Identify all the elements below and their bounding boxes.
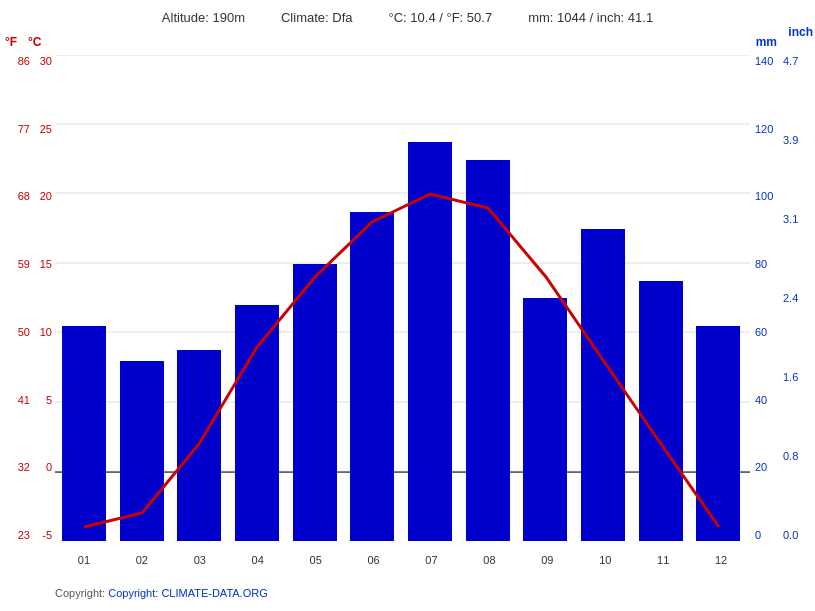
f-tick-59: 59 xyxy=(18,258,30,270)
mm-tick-40: 40 xyxy=(755,394,767,406)
climate-label: Climate: Dfa xyxy=(281,10,353,25)
bar-may xyxy=(293,264,337,541)
bar-aug xyxy=(466,160,510,541)
axis-left-fahrenheit: 86 77 68 59 50 41 32 23 xyxy=(5,55,30,541)
mm-tick-20: 20 xyxy=(755,461,767,473)
chart-container: Altitude: 190m Climate: Dfa °C: 10.4 / °… xyxy=(0,0,815,611)
month-11: 11 xyxy=(634,554,692,566)
inch-tick-08: 0.8 xyxy=(783,450,798,462)
axis-left-celsius: 30 25 20 15 10 5 0 -5 xyxy=(30,55,52,541)
month-05: 05 xyxy=(287,554,345,566)
bar-jun xyxy=(350,212,394,541)
copyright: Copyright: Copyright: CLIMATE-DATA.ORG xyxy=(55,587,268,599)
bar-nov xyxy=(639,281,683,541)
bar-apr xyxy=(235,305,279,541)
bar-dec xyxy=(696,326,740,541)
month-04: 04 xyxy=(229,554,287,566)
mm-tick-0: 0 xyxy=(755,529,761,541)
bar-oct xyxy=(581,229,625,541)
inch-tick-47: 4.7 xyxy=(783,55,798,67)
altitude-label: Altitude: 190m xyxy=(162,10,245,25)
inch-tick-31: 3.1 xyxy=(783,213,798,225)
inch-tick-00: 0.0 xyxy=(783,529,798,541)
c-tick-0: 0 xyxy=(46,461,52,473)
c-tick-15: 15 xyxy=(40,258,52,270)
c-tick-5: 5 xyxy=(46,394,52,406)
mm-tick-120: 120 xyxy=(755,123,773,135)
f-tick-50: 50 xyxy=(18,326,30,338)
c-tick-20: 20 xyxy=(40,190,52,202)
mm-tick-80: 80 xyxy=(755,258,767,270)
chart-header: Altitude: 190m Climate: Dfa °C: 10.4 / °… xyxy=(0,10,815,25)
f-tick-32: 32 xyxy=(18,461,30,473)
f-tick-41: 41 xyxy=(18,394,30,406)
c-tick-25: 25 xyxy=(40,123,52,135)
axis-title-celsius: °C xyxy=(28,35,41,49)
c-tick-10: 10 xyxy=(40,326,52,338)
mm-tick-100: 100 xyxy=(755,190,773,202)
month-07: 07 xyxy=(403,554,461,566)
f-tick-23: 23 xyxy=(18,529,30,541)
month-09: 09 xyxy=(518,554,576,566)
mm-tick-60: 60 xyxy=(755,326,767,338)
stats-label: °C: 10.4 / °F: 50.7 xyxy=(389,10,493,25)
axis-title-fahrenheit: °F xyxy=(5,35,17,49)
month-01: 01 xyxy=(55,554,113,566)
month-12: 12 xyxy=(692,554,750,566)
month-10: 10 xyxy=(576,554,634,566)
f-tick-68: 68 xyxy=(18,190,30,202)
chart-svg xyxy=(55,55,750,541)
bar-jan xyxy=(62,326,106,541)
axis-title-mm: mm xyxy=(756,35,777,49)
axis-title-inch: inch xyxy=(788,25,813,39)
f-tick-86: 86 xyxy=(18,55,30,67)
month-03: 03 xyxy=(171,554,229,566)
bar-sep xyxy=(523,298,567,541)
month-08: 08 xyxy=(460,554,518,566)
mm-tick-140: 140 xyxy=(755,55,773,67)
inch-tick-16: 1.6 xyxy=(783,371,798,383)
f-tick-77: 77 xyxy=(18,123,30,135)
axis-right-inch: 4.7 3.9 3.1 2.4 1.6 0.8 0.0 xyxy=(783,55,813,541)
c-tick-neg5: -5 xyxy=(42,529,52,541)
month-06: 06 xyxy=(345,554,403,566)
c-tick-30: 30 xyxy=(40,55,52,67)
axis-right-mm: 140 120 100 80 60 40 20 0 xyxy=(755,55,777,541)
x-axis-labels: 01 02 03 04 05 06 07 08 09 10 11 12 xyxy=(55,554,750,566)
mm-label: mm: 1044 / inch: 41.1 xyxy=(528,10,653,25)
inch-tick-24: 2.4 xyxy=(783,292,798,304)
inch-tick-39: 3.9 xyxy=(783,134,798,146)
month-02: 02 xyxy=(113,554,171,566)
